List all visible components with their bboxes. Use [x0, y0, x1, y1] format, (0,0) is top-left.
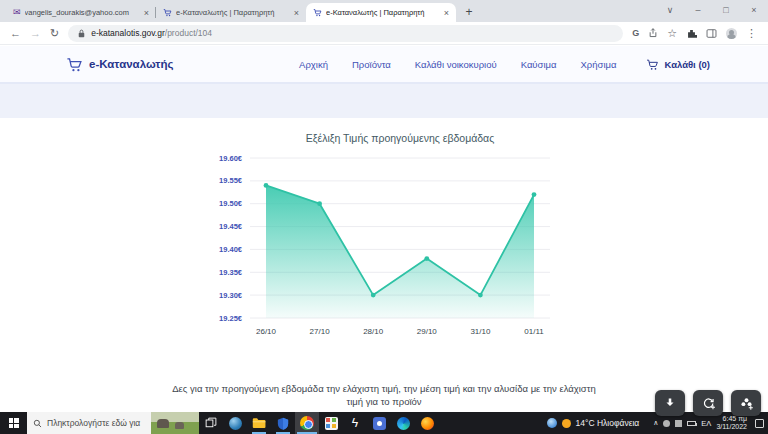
- tray-battery-icon[interactable]: [687, 421, 696, 426]
- taskbar: Πληκτρολογήστε εδώ για ϟ 14°C Ηλιοφάνεια…: [0, 412, 768, 434]
- nav-household-basket[interactable]: Καλάθι νοικοκυριού: [415, 59, 497, 70]
- task-view-button[interactable]: [199, 412, 223, 434]
- y-axis-label: 19.40€: [190, 245, 242, 254]
- start-button[interactable]: [0, 412, 27, 434]
- app-sphere-button[interactable]: [223, 412, 247, 434]
- bookmark-star-icon[interactable]: ☆: [667, 27, 677, 40]
- sphere-icon: [229, 417, 242, 430]
- chevron-down-icon[interactable]: ∨: [656, 0, 684, 20]
- close-icon[interactable]: ×: [444, 8, 449, 18]
- search-highlight-image: [151, 412, 199, 434]
- task-view-icon: [205, 417, 217, 429]
- nav-fuel[interactable]: Καύσιμα: [521, 59, 557, 70]
- system-tray: ∧ ΕΛ 6:45 πμ 3/11/2022: [653, 415, 764, 431]
- nav-useful[interactable]: Χρήσιμα: [581, 59, 617, 70]
- x-axis-label: 01/11: [514, 327, 554, 336]
- maximize-button[interactable]: □: [712, 0, 740, 20]
- back-icon[interactable]: ←: [10, 27, 21, 39]
- folder-icon: [252, 417, 266, 429]
- url-text: e-katanalotis.gov.gr/product/104: [91, 28, 212, 38]
- main-nav: Αρχική Προϊόντα Καλάθι νοικοκυριού Καύσι…: [299, 59, 616, 70]
- y-axis-label: 19.25€: [190, 314, 242, 323]
- lightning-icon: ϟ: [352, 416, 358, 430]
- tray-cloud-icon[interactable]: [663, 420, 670, 427]
- nav-home[interactable]: Αρχική: [299, 59, 328, 70]
- window-controls: ∨ – □ ×: [656, 0, 768, 20]
- tray-volume-icon[interactable]: [675, 420, 682, 427]
- data-point: [264, 183, 269, 188]
- tab-title: e-Καταναλωτής | Παρατηρητή: [176, 8, 290, 17]
- y-axis-label: 19.50€: [190, 199, 242, 208]
- minimize-button[interactable]: –: [684, 0, 712, 20]
- tab-ekatanalotis-2-active[interactable]: e-Καταναλωτής | Παρατηρητή ×: [306, 3, 456, 22]
- notification-center-icon[interactable]: [755, 419, 764, 428]
- x-axis-label: 26/10: [246, 327, 286, 336]
- firefox-icon: [421, 417, 434, 430]
- chart-plot[interactable]: [250, 152, 550, 324]
- close-icon[interactable]: ×: [294, 8, 299, 18]
- refresh-add-button[interactable]: [693, 390, 723, 416]
- site-logo[interactable]: e-Καταναλωτής: [66, 56, 173, 73]
- tab-mail[interactable]: ✉ vangelis_dourakis@yahoo.com ×: [6, 3, 156, 22]
- chart-body: 19.60€19.55€19.50€19.45€19.40€19.35€19.3…: [190, 146, 558, 351]
- reload-icon[interactable]: ↻: [50, 27, 59, 40]
- y-axis-label: 19.55€: [190, 176, 242, 185]
- profile-icon[interactable]: [726, 28, 737, 39]
- tab-ekatanalotis-1[interactable]: e-Καταναλωτής | Παρατηρητή ×: [156, 3, 306, 22]
- footer-note: Δες για την προηγούμενη εβδομάδα την ελά…: [164, 382, 604, 408]
- y-axis-label: 19.30€: [190, 291, 242, 300]
- shield-app-button[interactable]: [271, 412, 295, 434]
- address-bar-icons: G ☆ ⋮: [632, 27, 757, 40]
- taskbar-search[interactable]: Πληκτρολογήστε εδώ για: [27, 412, 199, 434]
- clock-time: 6:45 πμ: [716, 415, 747, 423]
- refresh-add-icon: [702, 397, 715, 410]
- nav-products[interactable]: Προϊόντα: [352, 59, 391, 70]
- close-window-button[interactable]: ×: [740, 0, 768, 20]
- y-axis-label: 19.35€: [190, 268, 242, 277]
- data-point: [371, 293, 376, 298]
- store-app-button[interactable]: [319, 412, 343, 434]
- menu-icon[interactable]: ⋮: [746, 27, 757, 40]
- extensions-icon[interactable]: [686, 28, 697, 39]
- share-icon[interactable]: [648, 28, 658, 38]
- hero-band: [0, 82, 768, 118]
- taskbar-clock[interactable]: 6:45 πμ 3/11/2022: [716, 415, 747, 431]
- x-axis-label: 27/10: [300, 327, 340, 336]
- taskbar-weather[interactable]: 14°C Ηλιοφάνεια: [547, 418, 640, 428]
- cart-icon: [163, 8, 172, 17]
- tray-chevron-icon[interactable]: ∧: [653, 419, 658, 427]
- sidebar-icon[interactable]: [706, 28, 717, 39]
- cart-count-label: Καλάθι (0): [664, 59, 710, 70]
- language-indicator[interactable]: ΕΛ: [701, 419, 711, 428]
- edge-icon: [397, 417, 410, 430]
- file-explorer-button[interactable]: [247, 412, 271, 434]
- data-point: [532, 192, 537, 197]
- globe-icon: [547, 418, 557, 428]
- x-axis-label: 31/10: [460, 327, 500, 336]
- y-axis-label: 19.45€: [190, 222, 242, 231]
- url-field[interactable]: e-katanalotis.gov.gr/product/104: [68, 25, 623, 42]
- chrome-app-button[interactable]: [295, 412, 319, 434]
- browser-tab-strip: ✉ vangelis_dourakis@yahoo.com × e-Κατανα…: [0, 0, 768, 22]
- translate-icon[interactable]: G: [632, 28, 639, 38]
- chrome-icon: [300, 416, 314, 430]
- y-axis-label: 19.60€: [190, 154, 242, 163]
- data-point: [424, 256, 429, 261]
- data-point: [478, 293, 483, 298]
- header-cart-button[interactable]: Καλάθι (0): [646, 58, 710, 71]
- blue-app-icon: [373, 417, 386, 430]
- brand-name: e-Καταναλωτής: [89, 58, 173, 70]
- clover-add-button[interactable]: [731, 390, 761, 416]
- close-icon[interactable]: ×: [144, 8, 149, 18]
- forward-icon[interactable]: →: [30, 27, 41, 39]
- edge-app-button[interactable]: [391, 412, 415, 434]
- price-chart-section: Εξέλιξη Τιμής προηγούμενης εβδομάδας 19.…: [190, 132, 558, 351]
- blue-app-button[interactable]: [367, 412, 391, 434]
- new-tab-button[interactable]: +: [460, 3, 478, 21]
- lightning-app-button[interactable]: ϟ: [343, 412, 367, 434]
- shield-icon: [277, 417, 289, 430]
- x-axis-label: 28/10: [353, 327, 393, 336]
- mail-icon: ✉: [13, 8, 21, 17]
- firefox-app-button[interactable]: [415, 412, 439, 434]
- download-button[interactable]: [655, 390, 685, 416]
